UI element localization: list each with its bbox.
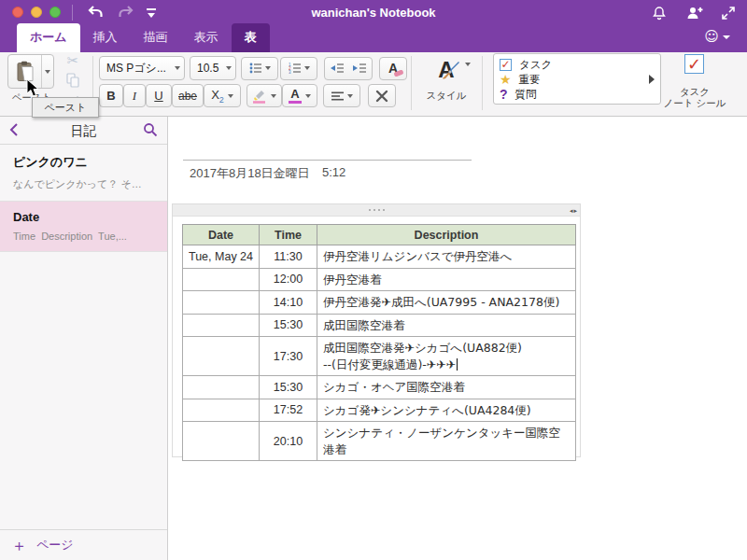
checkmark-icon: ✓ bbox=[687, 54, 701, 74]
chevron-down-icon bbox=[304, 66, 310, 70]
task-seal-button[interactable]: ✓ bbox=[684, 54, 704, 74]
cell-date[interactable] bbox=[183, 376, 260, 399]
cell-time[interactable]: 15:30 bbox=[260, 314, 317, 337]
table-column-header[interactable]: Description bbox=[317, 225, 576, 245]
numbered-list-button[interactable]: 123 bbox=[280, 57, 317, 80]
font-row-1: MS Pゴシ... 10.5 123 A bbox=[99, 56, 407, 80]
cell-description[interactable]: シカゴ発✈シンシナティへ(UA4284便) bbox=[317, 399, 576, 422]
table-row: 14:10伊丹空港発✈成田へ(UA7995 - ANA2178便) bbox=[183, 291, 576, 315]
subscript-button[interactable]: X2 bbox=[204, 84, 241, 107]
cell-date[interactable] bbox=[183, 422, 260, 461]
cell-date[interactable] bbox=[183, 291, 260, 315]
svg-text:3: 3 bbox=[289, 70, 291, 74]
table-row: 15:30シカゴ・オヘア国際空港着 bbox=[183, 376, 576, 399]
italic-button[interactable]: I bbox=[123, 84, 146, 107]
new-page-button[interactable]: ＋ ページ bbox=[0, 529, 167, 560]
page-list-item[interactable]: DateTime Description Tue,... bbox=[0, 202, 167, 252]
page-date: 2017年8月18日金曜日 bbox=[190, 165, 310, 182]
page-item-preview: Time Description Tue,... bbox=[13, 231, 154, 242]
cell-date[interactable] bbox=[183, 399, 260, 422]
copy-icon[interactable] bbox=[66, 73, 79, 91]
new-page-label: ページ bbox=[36, 537, 74, 553]
cell-description[interactable]: シカゴ・オヘア国際空港着 bbox=[317, 376, 576, 399]
tag-gallery-expand-icon[interactable] bbox=[649, 75, 655, 84]
chevron-down-icon bbox=[271, 94, 276, 98]
table-column-header[interactable]: Time bbox=[260, 225, 317, 245]
chevron-down-icon bbox=[265, 66, 271, 70]
cell-description[interactable]: シンシナティ・ノーザンケンタッキー国際空港着 bbox=[317, 422, 576, 461]
paragraph-alignment-button[interactable] bbox=[323, 84, 360, 107]
page-canvas[interactable]: 2017年8月18日金曜日 5:12 ◂▸ DateTimeDescriptio… bbox=[169, 117, 747, 560]
tab-描画[interactable]: 描画 bbox=[131, 23, 181, 52]
strikethrough-button[interactable]: abe bbox=[172, 84, 204, 107]
ribbon-tabs: ホーム挿入描画表示表 bbox=[17, 23, 270, 52]
cell-time[interactable]: 17:52 bbox=[260, 399, 317, 422]
tag-item[interactable]: ★重要 bbox=[500, 72, 655, 87]
delete-button[interactable] bbox=[368, 84, 396, 107]
cell-date[interactable] bbox=[183, 268, 260, 291]
table-row: 12:00伊丹空港着 bbox=[183, 268, 576, 291]
cell-description[interactable]: 伊丹空港リムジンバスで伊丹空港へ bbox=[317, 245, 576, 269]
cell-time[interactable]: 15:30 bbox=[260, 376, 317, 399]
cell-description[interactable]: 成田国際空港着 bbox=[317, 314, 576, 337]
table-column-header[interactable]: Date bbox=[183, 225, 260, 245]
cell-date[interactable] bbox=[183, 337, 260, 376]
numbered-list-icon: 123 bbox=[289, 63, 302, 74]
chevron-down-icon bbox=[228, 94, 233, 98]
tab-挿入[interactable]: 挿入 bbox=[80, 23, 131, 52]
page-list-item[interactable]: ピンクのワニなんでピンクかって？ そ… bbox=[0, 146, 167, 202]
page-list: ピンクのワニなんでピンクかって？ そ…DateTime Description … bbox=[0, 146, 167, 252]
mouse-cursor bbox=[26, 78, 40, 101]
cell-time[interactable]: 14:10 bbox=[260, 291, 317, 315]
tag-list: ✓タスク★重要?質問 bbox=[500, 57, 655, 102]
cell-time[interactable]: 20:10 bbox=[260, 422, 317, 461]
cell-time[interactable]: 11:30 bbox=[260, 245, 317, 269]
tab-表示[interactable]: 表示 bbox=[181, 23, 232, 52]
table-row: 15:30成田国際空港着 bbox=[183, 314, 576, 337]
tab-表[interactable]: 表 bbox=[232, 23, 270, 52]
table-row: 20:10シンシナティ・ノーザンケンタッキー国際空港着 bbox=[183, 422, 576, 461]
underline-button[interactable]: U bbox=[146, 84, 172, 107]
tag-item[interactable]: ?質問 bbox=[500, 87, 655, 102]
cell-description[interactable]: 成田国際空港発✈シカゴへ(UA882便)--(日付変更線通過)-✈✈✈ bbox=[317, 337, 576, 376]
search-icon[interactable] bbox=[143, 122, 158, 140]
resize-arrows-icon[interactable]: ◂▸ bbox=[570, 207, 578, 215]
bold-button[interactable]: B bbox=[99, 84, 123, 107]
clear-formatting-button[interactable]: A bbox=[379, 57, 407, 80]
cell-time[interactable]: 17:30 bbox=[260, 337, 317, 376]
fullscreen-expand-icon[interactable] bbox=[721, 6, 736, 23]
font-color-button[interactable]: A bbox=[282, 84, 317, 107]
paste-dropdown[interactable] bbox=[41, 55, 53, 88]
cell-description[interactable]: 伊丹空港着 bbox=[317, 268, 576, 291]
styles-label: スタイル bbox=[420, 90, 472, 103]
x-delete-icon bbox=[375, 90, 388, 103]
tag-item[interactable]: ✓タスク bbox=[500, 57, 655, 72]
chevron-down-icon bbox=[305, 94, 311, 98]
note-container[interactable]: ◂▸ DateTimeDescription Tue, May 2411:30伊… bbox=[172, 203, 581, 457]
feedback-smiley-button[interactable]: ☺ bbox=[704, 30, 730, 44]
align-lines-icon bbox=[331, 91, 344, 101]
notifications-bell-icon[interactable] bbox=[652, 6, 667, 23]
tab-ホーム[interactable]: ホーム bbox=[17, 23, 80, 52]
font-size-value: 10.5 bbox=[197, 62, 218, 75]
font-color-icon: A bbox=[289, 89, 302, 104]
cell-description[interactable]: 伊丹空港発✈成田へ(UA7995 - ANA2178便) bbox=[317, 291, 576, 315]
decrease-indent-icon[interactable] bbox=[330, 63, 345, 74]
share-add-person-icon[interactable] bbox=[686, 6, 703, 23]
cell-date[interactable]: Tue, May 24 bbox=[183, 245, 260, 269]
cell-time[interactable]: 12:00 bbox=[260, 268, 317, 291]
increase-indent-icon[interactable] bbox=[352, 63, 367, 74]
font-name-select[interactable]: MS Pゴシ... bbox=[99, 56, 185, 80]
note-drag-handle[interactable]: ◂▸ bbox=[173, 204, 580, 217]
plus-icon: ＋ bbox=[11, 538, 27, 553]
table-row: 17:30成田国際空港発✈シカゴへ(UA882便)--(日付変更線通過)-✈✈✈ bbox=[183, 337, 576, 376]
text-cursor bbox=[457, 358, 458, 371]
font-size-select[interactable]: 10.5 bbox=[190, 56, 236, 80]
table-row: Tue, May 2411:30伊丹空港リムジンバスで伊丹空港へ bbox=[183, 245, 576, 269]
highlight-color-button[interactable] bbox=[247, 84, 282, 107]
bullet-list-button[interactable] bbox=[241, 57, 278, 80]
star-icon: ★ bbox=[500, 73, 512, 86]
cut-icon[interactable]: ✂ bbox=[67, 54, 79, 68]
styles-button[interactable]: A スタイル bbox=[420, 54, 472, 103]
cell-date[interactable] bbox=[183, 314, 260, 337]
